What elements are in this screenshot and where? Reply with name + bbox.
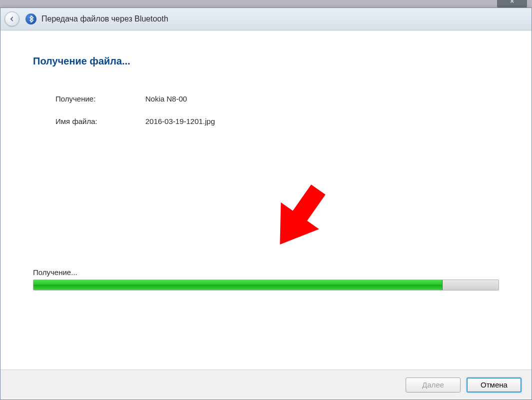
progress-bar	[33, 280, 499, 290]
filename-label: Имя файла:	[55, 117, 145, 126]
info-row-filename: Имя файла: 2016-03-19-1201.jpg	[55, 117, 499, 126]
button-bar: Далее Отмена	[0, 370, 532, 400]
progress-label: Получение...	[33, 268, 499, 276]
window-title: Передача файлов через Bluetooth	[41, 14, 168, 24]
bluetooth-icon	[25, 14, 36, 24]
filename-value: 2016-03-19-1201.jpg	[145, 117, 499, 126]
next-button: Далее	[406, 378, 461, 392]
cancel-button[interactable]: Отмена	[467, 378, 522, 392]
titlebar: Передача файлов через Bluetooth	[0, 8, 532, 30]
progress-section: Получение...	[33, 268, 499, 290]
back-arrow-icon	[8, 16, 15, 22]
close-button-shadow[interactable]: ×	[497, 0, 527, 8]
source-label: Получение:	[55, 94, 145, 103]
annotation-arrow-icon	[253, 172, 343, 266]
back-button[interactable]	[4, 12, 19, 26]
close-icon: ×	[510, 0, 514, 5]
progress-fill	[33, 280, 443, 290]
wizard-window: Передача файлов через Bluetooth Получени…	[0, 8, 532, 400]
content-area: Получение файла... Получение: Nokia N8-0…	[0, 30, 532, 370]
page-heading: Получение файла...	[33, 56, 499, 67]
info-row-source: Получение: Nokia N8-00	[55, 94, 499, 103]
source-value: Nokia N8-00	[145, 94, 499, 103]
